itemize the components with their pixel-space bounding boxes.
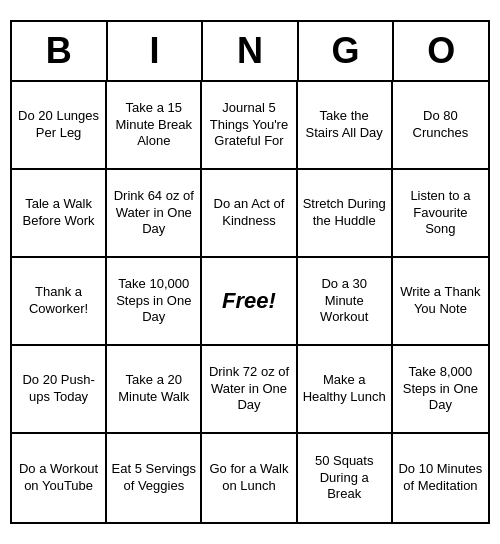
bingo-cell-7[interactable]: Do an Act of Kindness bbox=[202, 170, 297, 258]
bingo-cell-2[interactable]: Journal 5 Things You're Grateful For bbox=[202, 82, 297, 170]
bingo-cell-22[interactable]: Go for a Walk on Lunch bbox=[202, 434, 297, 522]
bingo-cell-15[interactable]: Do 20 Push-ups Today bbox=[12, 346, 107, 434]
bingo-cell-9[interactable]: Listen to a Favourite Song bbox=[393, 170, 488, 258]
bingo-cell-19[interactable]: Take 8,000 Steps in One Day bbox=[393, 346, 488, 434]
bingo-cell-18[interactable]: Make a Healthy Lunch bbox=[298, 346, 393, 434]
bingo-cell-10[interactable]: Thank a Coworker! bbox=[12, 258, 107, 346]
bingo-cell-6[interactable]: Drink 64 oz of Water in One Day bbox=[107, 170, 202, 258]
header-letter-i: I bbox=[108, 22, 204, 82]
bingo-cell-5[interactable]: Tale a Walk Before Work bbox=[12, 170, 107, 258]
bingo-cell-8[interactable]: Stretch During the Huddle bbox=[298, 170, 393, 258]
bingo-cell-1[interactable]: Take a 15 Minute Break Alone bbox=[107, 82, 202, 170]
bingo-grid: Do 20 Lunges Per LegTake a 15 Minute Bre… bbox=[12, 82, 488, 522]
bingo-cell-11[interactable]: Take 10,000 Steps in One Day bbox=[107, 258, 202, 346]
bingo-cell-3[interactable]: Take the Stairs All Day bbox=[298, 82, 393, 170]
bingo-cell-4[interactable]: Do 80 Crunches bbox=[393, 82, 488, 170]
bingo-cell-14[interactable]: Write a Thank You Note bbox=[393, 258, 488, 346]
bingo-header: BINGO bbox=[12, 22, 488, 82]
header-letter-o: O bbox=[394, 22, 488, 82]
bingo-cell-0[interactable]: Do 20 Lunges Per Leg bbox=[12, 82, 107, 170]
bingo-cell-12[interactable]: Free! bbox=[202, 258, 297, 346]
bingo-card: BINGO Do 20 Lunges Per LegTake a 15 Minu… bbox=[10, 20, 490, 524]
header-letter-g: G bbox=[299, 22, 395, 82]
bingo-cell-23[interactable]: 50 Squats During a Break bbox=[298, 434, 393, 522]
bingo-cell-16[interactable]: Take a 20 Minute Walk bbox=[107, 346, 202, 434]
bingo-cell-13[interactable]: Do a 30 Minute Workout bbox=[298, 258, 393, 346]
bingo-cell-17[interactable]: Drink 72 oz of Water in One Day bbox=[202, 346, 297, 434]
bingo-cell-24[interactable]: Do 10 Minutes of Meditation bbox=[393, 434, 488, 522]
bingo-cell-21[interactable]: Eat 5 Servings of Veggies bbox=[107, 434, 202, 522]
bingo-cell-20[interactable]: Do a Workout on YouTube bbox=[12, 434, 107, 522]
header-letter-n: N bbox=[203, 22, 299, 82]
header-letter-b: B bbox=[12, 22, 108, 82]
